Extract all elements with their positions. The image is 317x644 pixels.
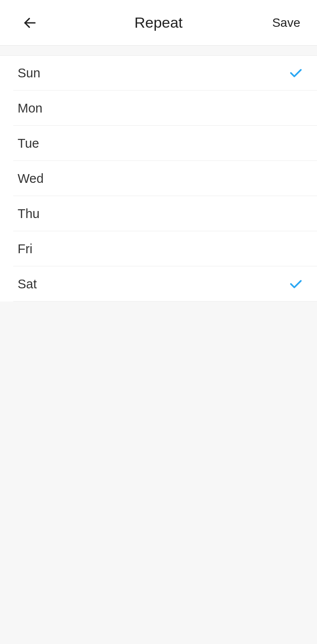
day-label: Fri xyxy=(18,242,33,256)
day-label: Sat xyxy=(18,277,37,291)
back-button[interactable] xyxy=(18,11,42,35)
day-row-tue[interactable]: Tue xyxy=(0,126,317,161)
day-row-fri[interactable]: Fri xyxy=(0,231,317,266)
day-row-thu[interactable]: Thu xyxy=(0,196,317,231)
day-label: Mon xyxy=(18,101,42,116)
day-label: Wed xyxy=(18,171,44,186)
day-row-mon[interactable]: Mon xyxy=(0,91,317,126)
check-icon xyxy=(288,65,304,81)
save-button[interactable]: Save xyxy=(269,11,304,34)
back-arrow-icon xyxy=(22,15,37,30)
section-spacer xyxy=(0,46,317,55)
day-row-sun[interactable]: Sun xyxy=(0,55,317,91)
day-label: Sun xyxy=(18,66,41,80)
day-label: Tue xyxy=(18,136,39,151)
day-row-sat[interactable]: Sat xyxy=(0,266,317,302)
app-header: Repeat Save xyxy=(0,0,317,46)
day-row-wed[interactable]: Wed xyxy=(0,161,317,196)
day-label: Thu xyxy=(18,207,40,221)
check-icon xyxy=(288,276,304,292)
page-title: Repeat xyxy=(134,14,183,31)
days-list: Sun Mon Tue Wed Thu Fri Sat xyxy=(0,55,317,302)
